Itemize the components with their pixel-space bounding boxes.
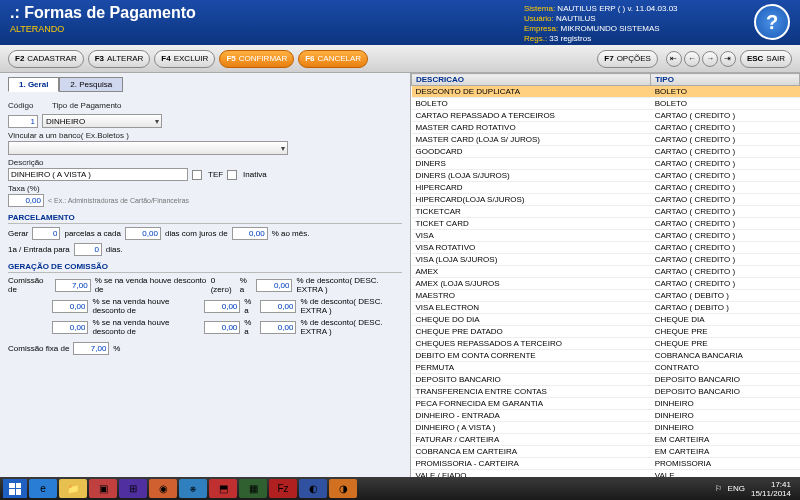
table-row[interactable]: DINHEIRO - ENTRADADINHEIRO: [412, 410, 800, 422]
descricao-input[interactable]: [8, 168, 188, 181]
taskbar-app3-icon[interactable]: ◉: [149, 479, 177, 498]
comissao-header: GERAÇÃO DE COMISSÃO: [8, 262, 402, 273]
app-header: .: Formas de Pagamento ALTERANDO Sistema…: [0, 0, 800, 45]
entrada-input[interactable]: [74, 243, 102, 256]
tab-pesquisa[interactable]: 2. Pesquisa: [59, 77, 123, 92]
taskbar-app6-icon[interactable]: ▦: [239, 479, 267, 498]
table-row[interactable]: MAESTROCARTAO ( DEBITO ): [412, 290, 800, 302]
table-row[interactable]: HIPERCARDCARTAO ( CREDITO ): [412, 182, 800, 194]
taskbar-app1-icon[interactable]: ▣: [89, 479, 117, 498]
col-tipo[interactable]: TIPO: [651, 74, 800, 86]
table-row[interactable]: CHEQUE DO DIACHEQUE DIA: [412, 314, 800, 326]
cada-input[interactable]: [125, 227, 161, 240]
comissao-fixa-input[interactable]: [73, 342, 109, 355]
table-row[interactable]: DEPOSITO BANCARIODEPOSITO BANCARIO: [412, 374, 800, 386]
vincular-combo[interactable]: [8, 141, 288, 155]
taskbar-explorer-icon[interactable]: 📁: [59, 479, 87, 498]
taskbar-app7-icon[interactable]: Fz: [269, 479, 297, 498]
table-row[interactable]: VISACARTAO ( CREDITO ): [412, 230, 800, 242]
table-row[interactable]: AMEXCARTAO ( CREDITO ): [412, 266, 800, 278]
table-row[interactable]: TICKET CARDCARTAO ( CREDITO ): [412, 218, 800, 230]
list-panel[interactable]: DESCRICAO TIPO DESCONTO DE DUPLICATABOLE…: [410, 73, 800, 477]
taskbar-app9-icon[interactable]: ◑: [329, 479, 357, 498]
table-row[interactable]: DINERS (LOJA S/JUROS)CARTAO ( CREDITO ): [412, 170, 800, 182]
table-row[interactable]: AMEX (LOJA S/JUROSCARTAO ( CREDITO ): [412, 278, 800, 290]
table-row[interactable]: CARTAO REPASSADO A TERCEIROSCARTAO ( CRE…: [412, 110, 800, 122]
opcoes-button[interactable]: F7OPÇÕES: [597, 50, 658, 68]
inativa-label: Inativa: [243, 170, 267, 179]
inativa-checkbox[interactable]: [227, 170, 237, 180]
taskbar-ie-icon[interactable]: e: [29, 479, 57, 498]
table-row[interactable]: GOODCARDCARTAO ( CREDITO ): [412, 146, 800, 158]
table-row[interactable]: DINERSCARTAO ( CREDITO ): [412, 158, 800, 170]
codigo-input[interactable]: [8, 115, 38, 128]
table-row[interactable]: TRANSFERENCIA ENTRE CONTASDEPOSITO BANCA…: [412, 386, 800, 398]
table-row[interactable]: PROMISSORIA - CARTEIRAPROMISSORIA: [412, 458, 800, 470]
nav-next-icon[interactable]: →: [702, 51, 718, 67]
help-icon[interactable]: ?: [754, 4, 790, 40]
tef-checkbox[interactable]: [192, 170, 202, 180]
excluir-button[interactable]: F4EXCLUIR: [154, 50, 215, 68]
taskbar-app5-icon[interactable]: ⬒: [209, 479, 237, 498]
vincular-label: Vincular a um banco( Ex.Boletos ): [8, 131, 402, 140]
comissao2b-input[interactable]: [204, 300, 240, 313]
taskbar-app8-icon[interactable]: ◐: [299, 479, 327, 498]
tray-time: 17:41: [751, 480, 791, 489]
taxa-hint: < Ex.: Administradoras de Cartão/Finance…: [48, 197, 189, 204]
taxa-label: Taxa (%): [8, 184, 402, 193]
table-row[interactable]: TICKETCARCARTAO ( CREDITO ): [412, 206, 800, 218]
table-row[interactable]: HIPERCARD(LOJA S/JUROS)CARTAO ( CREDITO …: [412, 194, 800, 206]
table-row[interactable]: VISA ELECTRONCARTAO ( DEBITO ): [412, 302, 800, 314]
nav-last-icon[interactable]: ⇥: [720, 51, 736, 67]
taskbar-app4-icon[interactable]: ⎈: [179, 479, 207, 498]
tef-label: TEF: [208, 170, 223, 179]
juros-input[interactable]: [232, 227, 268, 240]
table-row[interactable]: DEBITO EM CONTA CORRENTECOBRANCA BANCARI…: [412, 350, 800, 362]
descricao-label: Descrição: [8, 158, 402, 167]
page-title: .: Formas de Pagamento: [10, 4, 514, 22]
comissao3-input[interactable]: [52, 321, 88, 334]
confirmar-button[interactable]: F5CONFIRMAR: [219, 50, 294, 68]
table-row[interactable]: VISA ROTATIVOCARTAO ( CREDITO ): [412, 242, 800, 254]
table-row[interactable]: VALE / FIADOVALE: [412, 470, 800, 478]
sair-button[interactable]: ESCSAIR: [740, 50, 792, 68]
cadastrar-button[interactable]: F2CADASTRAR: [8, 50, 84, 68]
col-descricao[interactable]: DESCRICAO: [412, 74, 651, 86]
comissao2-input[interactable]: [52, 300, 88, 313]
cancelar-button[interactable]: F6CANCELAR: [298, 50, 368, 68]
table-row[interactable]: MASTER CARD (LOJA S/ JUROS)CARTAO ( CRED…: [412, 134, 800, 146]
gerar-input[interactable]: [32, 227, 60, 240]
taskbar-app2-icon[interactable]: ⊞: [119, 479, 147, 498]
comissao1b-input[interactable]: [256, 279, 292, 292]
formas-grid: DESCRICAO TIPO DESCONTO DE DUPLICATABOLE…: [411, 73, 800, 477]
comissao1-input[interactable]: [55, 279, 91, 292]
tray-lang[interactable]: ENG: [728, 484, 745, 493]
tray-flag-icon[interactable]: ⚐: [715, 484, 722, 493]
system-tray[interactable]: ⚐ ENG 17:41 15/11/2014: [715, 480, 797, 498]
taxa-input[interactable]: [8, 194, 44, 207]
table-row[interactable]: CHEQUES REPASSADOS A TERCEIROCHEQUE PRE: [412, 338, 800, 350]
table-row[interactable]: MASTER CARD ROTATIVOCARTAO ( CREDITO ): [412, 122, 800, 134]
table-row[interactable]: COBRANCA EM CARTEIRAEM CARTEIRA: [412, 446, 800, 458]
comissao2c-input[interactable]: [260, 300, 296, 313]
table-row[interactable]: VISA (LOJA S/JUROS)CARTAO ( CREDITO ): [412, 254, 800, 266]
table-row[interactable]: DESCONTO DE DUPLICATABOLETO: [412, 86, 800, 98]
table-row[interactable]: PECA FORNECIDA EM GARANTIADINHEIRO: [412, 398, 800, 410]
toolbar: F2CADASTRAR F3ALTERAR F4EXCLUIR F5CONFIR…: [0, 45, 800, 73]
tipo-combo[interactable]: DINHEIRO: [42, 114, 162, 128]
comissao3c-input[interactable]: [260, 321, 296, 334]
table-row[interactable]: CHEQUE PRE DATADOCHEQUE PRE: [412, 326, 800, 338]
nav-first-icon[interactable]: ⇤: [666, 51, 682, 67]
taskbar: e 📁 ▣ ⊞ ◉ ⎈ ⬒ ▦ Fz ◐ ◑ ⚐ ENG 17:41 15/11…: [0, 477, 800, 500]
table-row[interactable]: PERMUTACONTRATO: [412, 362, 800, 374]
tab-geral[interactable]: 1. Geral: [8, 77, 59, 92]
start-button[interactable]: [3, 479, 27, 498]
tray-date: 15/11/2014: [751, 489, 791, 498]
nav-prev-icon[interactable]: ←: [684, 51, 700, 67]
table-row[interactable]: BOLETOBOLETO: [412, 98, 800, 110]
table-row[interactable]: FATURAR / CARTEIRAEM CARTEIRA: [412, 434, 800, 446]
page-subtitle: ALTERANDO: [10, 24, 514, 34]
alterar-button[interactable]: F3ALTERAR: [88, 50, 151, 68]
table-row[interactable]: DINHEIRO ( A VISTA )DINHEIRO: [412, 422, 800, 434]
comissao3b-input[interactable]: [204, 321, 240, 334]
